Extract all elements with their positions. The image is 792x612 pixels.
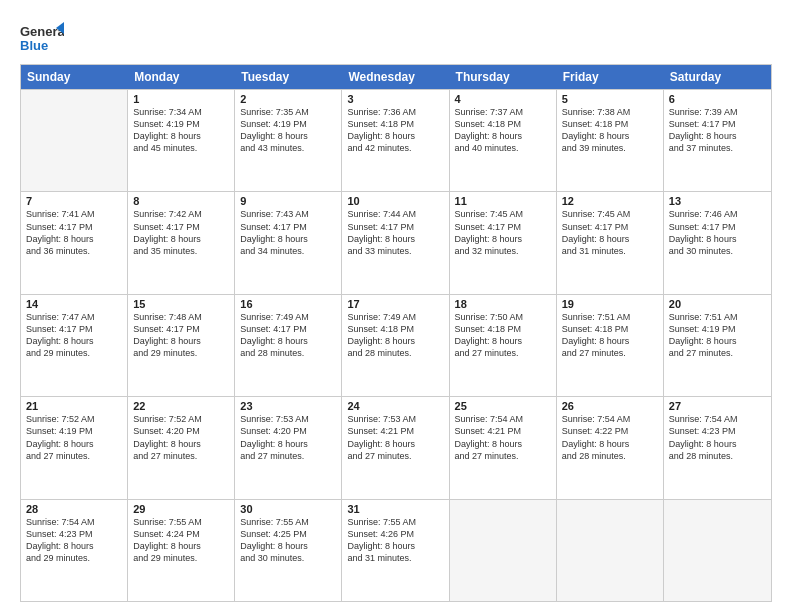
day-info: Sunrise: 7:54 AMSunset: 4:22 PMDaylight:… — [562, 413, 658, 462]
day-number: 10 — [347, 195, 443, 207]
day-info: Sunrise: 7:38 AMSunset: 4:18 PMDaylight:… — [562, 106, 658, 155]
day-info: Sunrise: 7:49 AMSunset: 4:18 PMDaylight:… — [347, 311, 443, 360]
day-number: 6 — [669, 93, 766, 105]
day-cell-16: 16Sunrise: 7:49 AMSunset: 4:17 PMDayligh… — [235, 295, 342, 396]
header: General Blue — [20, 16, 772, 56]
svg-text:Blue: Blue — [20, 38, 48, 53]
day-cell-9: 9Sunrise: 7:43 AMSunset: 4:17 PMDaylight… — [235, 192, 342, 293]
calendar-row-1: 7Sunrise: 7:41 AMSunset: 4:17 PMDaylight… — [21, 191, 771, 293]
day-number: 22 — [133, 400, 229, 412]
day-number: 14 — [26, 298, 122, 310]
day-info: Sunrise: 7:51 AMSunset: 4:18 PMDaylight:… — [562, 311, 658, 360]
day-cell-29: 29Sunrise: 7:55 AMSunset: 4:24 PMDayligh… — [128, 500, 235, 601]
day-info: Sunrise: 7:54 AMSunset: 4:21 PMDaylight:… — [455, 413, 551, 462]
calendar-row-3: 21Sunrise: 7:52 AMSunset: 4:19 PMDayligh… — [21, 396, 771, 498]
day-info: Sunrise: 7:44 AMSunset: 4:17 PMDaylight:… — [347, 208, 443, 257]
day-number: 19 — [562, 298, 658, 310]
calendar-row-2: 14Sunrise: 7:47 AMSunset: 4:17 PMDayligh… — [21, 294, 771, 396]
day-info: Sunrise: 7:34 AMSunset: 4:19 PMDaylight:… — [133, 106, 229, 155]
day-cell-30: 30Sunrise: 7:55 AMSunset: 4:25 PMDayligh… — [235, 500, 342, 601]
day-info: Sunrise: 7:35 AMSunset: 4:19 PMDaylight:… — [240, 106, 336, 155]
header-day-saturday: Saturday — [664, 65, 771, 89]
day-cell-21: 21Sunrise: 7:52 AMSunset: 4:19 PMDayligh… — [21, 397, 128, 498]
header-day-friday: Friday — [557, 65, 664, 89]
day-info: Sunrise: 7:45 AMSunset: 4:17 PMDaylight:… — [455, 208, 551, 257]
day-cell-28: 28Sunrise: 7:54 AMSunset: 4:23 PMDayligh… — [21, 500, 128, 601]
day-info: Sunrise: 7:54 AMSunset: 4:23 PMDaylight:… — [669, 413, 766, 462]
day-number: 30 — [240, 503, 336, 515]
day-info: Sunrise: 7:55 AMSunset: 4:25 PMDaylight:… — [240, 516, 336, 565]
day-number: 18 — [455, 298, 551, 310]
calendar-header: SundayMondayTuesdayWednesdayThursdayFrid… — [21, 65, 771, 89]
day-number: 16 — [240, 298, 336, 310]
header-day-wednesday: Wednesday — [342, 65, 449, 89]
day-number: 15 — [133, 298, 229, 310]
day-number: 8 — [133, 195, 229, 207]
day-number: 1 — [133, 93, 229, 105]
day-number: 12 — [562, 195, 658, 207]
day-number: 31 — [347, 503, 443, 515]
logo-icon: General Blue — [20, 20, 64, 56]
calendar: SundayMondayTuesdayWednesdayThursdayFrid… — [20, 64, 772, 602]
day-cell-23: 23Sunrise: 7:53 AMSunset: 4:20 PMDayligh… — [235, 397, 342, 498]
day-cell-20: 20Sunrise: 7:51 AMSunset: 4:19 PMDayligh… — [664, 295, 771, 396]
day-info: Sunrise: 7:54 AMSunset: 4:23 PMDaylight:… — [26, 516, 122, 565]
day-info: Sunrise: 7:36 AMSunset: 4:18 PMDaylight:… — [347, 106, 443, 155]
day-number: 29 — [133, 503, 229, 515]
calendar-row-0: 1Sunrise: 7:34 AMSunset: 4:19 PMDaylight… — [21, 89, 771, 191]
day-cell-4: 4Sunrise: 7:37 AMSunset: 4:18 PMDaylight… — [450, 90, 557, 191]
day-cell-12: 12Sunrise: 7:45 AMSunset: 4:17 PMDayligh… — [557, 192, 664, 293]
day-cell-15: 15Sunrise: 7:48 AMSunset: 4:17 PMDayligh… — [128, 295, 235, 396]
day-number: 21 — [26, 400, 122, 412]
day-number: 23 — [240, 400, 336, 412]
day-info: Sunrise: 7:45 AMSunset: 4:17 PMDaylight:… — [562, 208, 658, 257]
day-cell-18: 18Sunrise: 7:50 AMSunset: 4:18 PMDayligh… — [450, 295, 557, 396]
day-number: 3 — [347, 93, 443, 105]
day-info: Sunrise: 7:37 AMSunset: 4:18 PMDaylight:… — [455, 106, 551, 155]
empty-cell — [664, 500, 771, 601]
empty-cell — [21, 90, 128, 191]
day-info: Sunrise: 7:39 AMSunset: 4:17 PMDaylight:… — [669, 106, 766, 155]
day-number: 27 — [669, 400, 766, 412]
day-info: Sunrise: 7:53 AMSunset: 4:21 PMDaylight:… — [347, 413, 443, 462]
day-info: Sunrise: 7:55 AMSunset: 4:26 PMDaylight:… — [347, 516, 443, 565]
day-cell-8: 8Sunrise: 7:42 AMSunset: 4:17 PMDaylight… — [128, 192, 235, 293]
day-number: 2 — [240, 93, 336, 105]
calendar-row-4: 28Sunrise: 7:54 AMSunset: 4:23 PMDayligh… — [21, 499, 771, 601]
day-number: 25 — [455, 400, 551, 412]
day-cell-2: 2Sunrise: 7:35 AMSunset: 4:19 PMDaylight… — [235, 90, 342, 191]
day-cell-11: 11Sunrise: 7:45 AMSunset: 4:17 PMDayligh… — [450, 192, 557, 293]
day-cell-5: 5Sunrise: 7:38 AMSunset: 4:18 PMDaylight… — [557, 90, 664, 191]
day-cell-24: 24Sunrise: 7:53 AMSunset: 4:21 PMDayligh… — [342, 397, 449, 498]
day-info: Sunrise: 7:55 AMSunset: 4:24 PMDaylight:… — [133, 516, 229, 565]
header-day-tuesday: Tuesday — [235, 65, 342, 89]
header-day-thursday: Thursday — [450, 65, 557, 89]
day-info: Sunrise: 7:50 AMSunset: 4:18 PMDaylight:… — [455, 311, 551, 360]
day-number: 4 — [455, 93, 551, 105]
day-cell-19: 19Sunrise: 7:51 AMSunset: 4:18 PMDayligh… — [557, 295, 664, 396]
day-cell-26: 26Sunrise: 7:54 AMSunset: 4:22 PMDayligh… — [557, 397, 664, 498]
day-cell-6: 6Sunrise: 7:39 AMSunset: 4:17 PMDaylight… — [664, 90, 771, 191]
empty-cell — [557, 500, 664, 601]
day-cell-14: 14Sunrise: 7:47 AMSunset: 4:17 PMDayligh… — [21, 295, 128, 396]
day-cell-10: 10Sunrise: 7:44 AMSunset: 4:17 PMDayligh… — [342, 192, 449, 293]
day-cell-25: 25Sunrise: 7:54 AMSunset: 4:21 PMDayligh… — [450, 397, 557, 498]
day-cell-27: 27Sunrise: 7:54 AMSunset: 4:23 PMDayligh… — [664, 397, 771, 498]
calendar-body: 1Sunrise: 7:34 AMSunset: 4:19 PMDaylight… — [21, 89, 771, 601]
day-info: Sunrise: 7:41 AMSunset: 4:17 PMDaylight:… — [26, 208, 122, 257]
header-day-sunday: Sunday — [21, 65, 128, 89]
header-day-monday: Monday — [128, 65, 235, 89]
day-info: Sunrise: 7:52 AMSunset: 4:19 PMDaylight:… — [26, 413, 122, 462]
day-cell-31: 31Sunrise: 7:55 AMSunset: 4:26 PMDayligh… — [342, 500, 449, 601]
day-number: 17 — [347, 298, 443, 310]
day-info: Sunrise: 7:46 AMSunset: 4:17 PMDaylight:… — [669, 208, 766, 257]
day-cell-13: 13Sunrise: 7:46 AMSunset: 4:17 PMDayligh… — [664, 192, 771, 293]
day-number: 9 — [240, 195, 336, 207]
day-info: Sunrise: 7:42 AMSunset: 4:17 PMDaylight:… — [133, 208, 229, 257]
day-info: Sunrise: 7:49 AMSunset: 4:17 PMDaylight:… — [240, 311, 336, 360]
day-info: Sunrise: 7:51 AMSunset: 4:19 PMDaylight:… — [669, 311, 766, 360]
day-number: 7 — [26, 195, 122, 207]
day-cell-17: 17Sunrise: 7:49 AMSunset: 4:18 PMDayligh… — [342, 295, 449, 396]
day-number: 20 — [669, 298, 766, 310]
svg-text:General: General — [20, 24, 64, 39]
